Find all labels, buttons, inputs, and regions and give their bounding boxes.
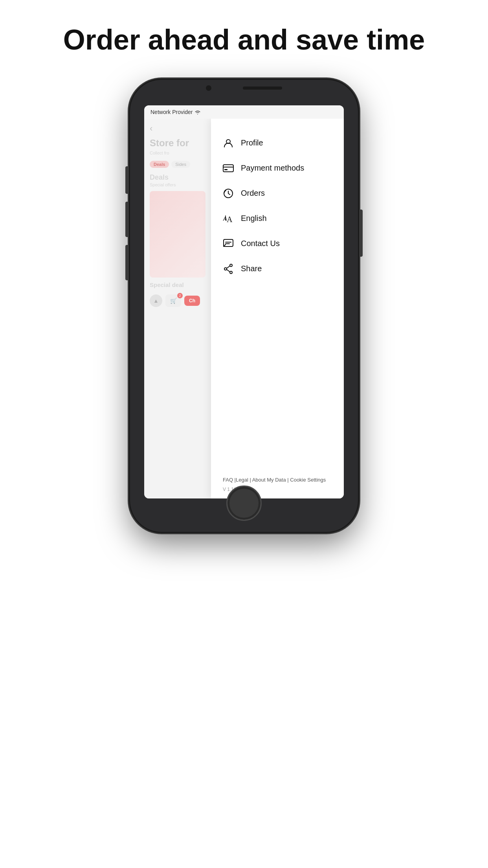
tag-sides: Sides [171, 161, 190, 168]
status-bar-left: Network Provider [150, 109, 201, 115]
promo-image [150, 191, 205, 278]
left-panel: ‹ Store for Collect fro Deals Sides Deal… [144, 119, 211, 498]
home-button[interactable] [226, 485, 262, 521]
svg-text:A: A [227, 215, 233, 224]
carrier-text: Network Provider [150, 109, 193, 115]
page-title: Order ahead and save time [48, 24, 440, 56]
bottom-bar: ▲ 🛒 2 Ch [150, 291, 205, 310]
menu-item-payment[interactable]: Payment methods [223, 156, 336, 181]
svg-point-12 [230, 271, 232, 274]
back-arrow-icon: ‹ [150, 123, 205, 134]
tag-deals: Deals [150, 161, 169, 168]
special-deal-label: Special deal [150, 281, 205, 288]
menu-item-language[interactable]: A A English [223, 206, 336, 231]
screen-content: ‹ Store for Collect fro Deals Sides Deal… [144, 119, 344, 498]
svg-line-15 [227, 269, 230, 272]
svg-line-14 [227, 266, 230, 268]
menu-item-orders[interactable]: Orders [223, 181, 336, 206]
cart-badge: 2 [177, 293, 183, 298]
phone-screen: Network Provider ‹ Store for Collect fro… [144, 105, 344, 498]
contact-label: Contact Us [241, 239, 280, 248]
clock-icon [223, 188, 234, 199]
cart-button: 🛒 2 [165, 294, 181, 307]
checkout-button: Ch [184, 296, 200, 306]
section-title: Deals [150, 173, 205, 182]
payment-label: Payment methods [241, 164, 304, 173]
status-bar: Network Provider [144, 105, 344, 119]
wifi-icon [194, 109, 201, 115]
power-button [360, 210, 363, 257]
menu-item-share[interactable]: Share [223, 256, 336, 281]
phone-notch [130, 80, 358, 91]
svg-rect-1 [223, 165, 233, 172]
translate-icon: A A [223, 213, 234, 224]
vol-up-button [125, 202, 128, 237]
speaker [243, 86, 282, 90]
phone-mockup: Network Provider ‹ Store for Collect fro… [130, 80, 358, 532]
language-label: English [241, 214, 267, 223]
menu-items-list: Profile Payment methods [223, 131, 336, 468]
vol-down-button [125, 245, 128, 280]
orders-label: Orders [241, 189, 265, 198]
person-icon [223, 138, 234, 149]
menu-item-contact[interactable]: Contact Us [223, 231, 336, 256]
footer-links[interactable]: FAQ |Legal | About My Data | Cookie Sett… [223, 476, 336, 484]
svg-rect-3 [224, 169, 227, 170]
up-arrow-icon: ▲ [150, 294, 162, 307]
svg-point-11 [230, 264, 232, 267]
menu-drawer: Profile Payment methods [211, 119, 344, 498]
share-label: Share [241, 264, 262, 273]
svg-point-13 [224, 268, 227, 270]
profile-label: Profile [241, 138, 263, 147]
section-subtitle: Special offers [150, 182, 205, 187]
store-title: Store for [150, 138, 205, 149]
menu-item-profile[interactable]: Profile [223, 131, 336, 156]
tags-row: Deals Sides [150, 161, 205, 168]
collect-text: Collect fro [150, 151, 205, 155]
share-icon [223, 263, 234, 274]
front-camera [206, 85, 211, 91]
message-icon [223, 238, 234, 249]
credit-card-icon [223, 163, 234, 174]
